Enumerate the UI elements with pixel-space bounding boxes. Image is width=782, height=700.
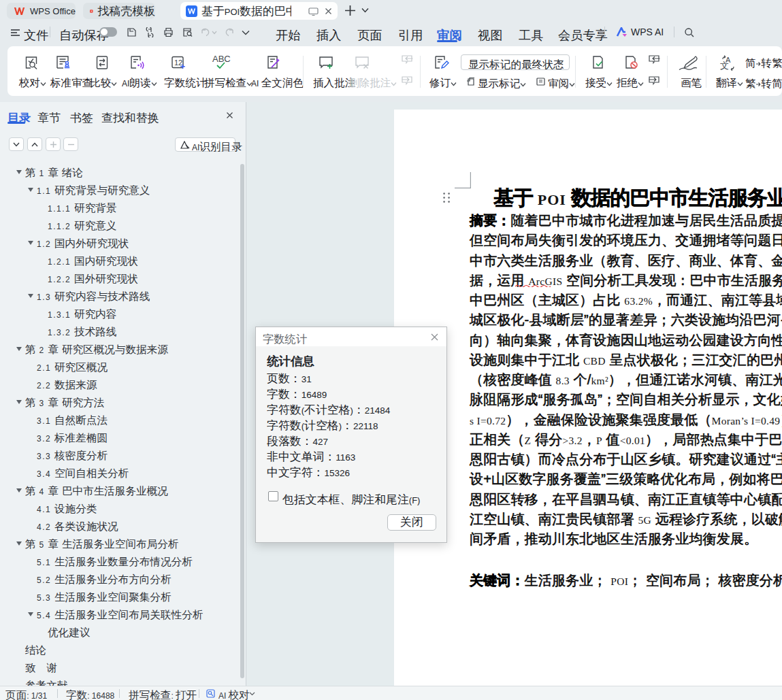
svg-text:12: 12 [174, 59, 182, 67]
svg-text:ABC: ABC [212, 54, 231, 64]
svg-text:文: 文 [720, 61, 729, 71]
